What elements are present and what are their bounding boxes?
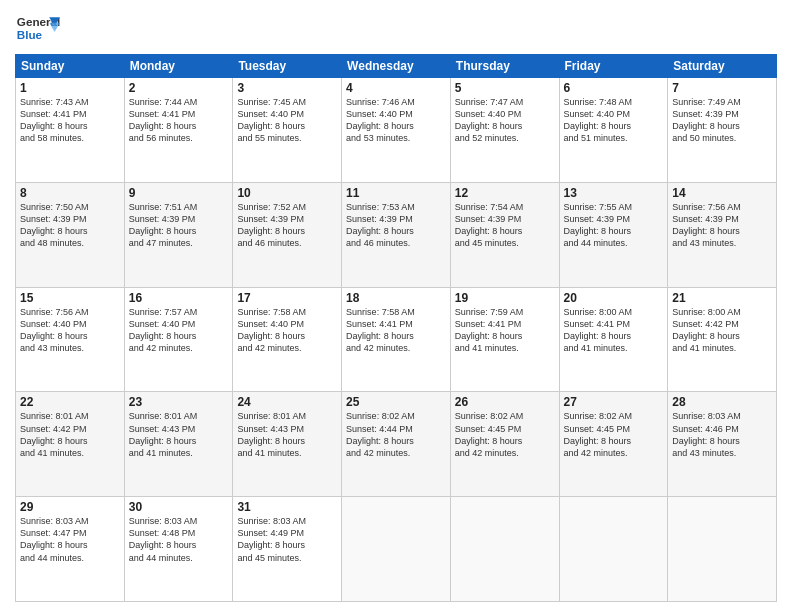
day-cell-22: 22Sunrise: 8:01 AMSunset: 4:42 PMDayligh… <box>16 392 125 497</box>
day-info-17: Sunrise: 7:58 AMSunset: 4:40 PMDaylight:… <box>237 306 337 355</box>
day-number-20: 20 <box>564 291 664 305</box>
week-row-2: 8Sunrise: 7:50 AMSunset: 4:39 PMDaylight… <box>16 182 777 287</box>
day-cell-19: 19Sunrise: 7:59 AMSunset: 4:41 PMDayligh… <box>450 287 559 392</box>
empty-cell <box>342 497 451 602</box>
day-info-4: Sunrise: 7:46 AMSunset: 4:40 PMDaylight:… <box>346 96 446 145</box>
day-cell-11: 11Sunrise: 7:53 AMSunset: 4:39 PMDayligh… <box>342 182 451 287</box>
weekday-header-saturday: Saturday <box>668 55 777 78</box>
day-info-3: Sunrise: 7:45 AMSunset: 4:40 PMDaylight:… <box>237 96 337 145</box>
day-cell-3: 3Sunrise: 7:45 AMSunset: 4:40 PMDaylight… <box>233 78 342 183</box>
day-info-6: Sunrise: 7:48 AMSunset: 4:40 PMDaylight:… <box>564 96 664 145</box>
day-number-11: 11 <box>346 186 446 200</box>
day-info-14: Sunrise: 7:56 AMSunset: 4:39 PMDaylight:… <box>672 201 772 250</box>
calendar-table: SundayMondayTuesdayWednesdayThursdayFrid… <box>15 54 777 602</box>
day-number-19: 19 <box>455 291 555 305</box>
day-info-23: Sunrise: 8:01 AMSunset: 4:43 PMDaylight:… <box>129 410 229 459</box>
day-number-7: 7 <box>672 81 772 95</box>
day-info-31: Sunrise: 8:03 AMSunset: 4:49 PMDaylight:… <box>237 515 337 564</box>
day-cell-8: 8Sunrise: 7:50 AMSunset: 4:39 PMDaylight… <box>16 182 125 287</box>
day-cell-24: 24Sunrise: 8:01 AMSunset: 4:43 PMDayligh… <box>233 392 342 497</box>
day-number-4: 4 <box>346 81 446 95</box>
day-number-21: 21 <box>672 291 772 305</box>
day-number-18: 18 <box>346 291 446 305</box>
day-info-1: Sunrise: 7:43 AMSunset: 4:41 PMDaylight:… <box>20 96 120 145</box>
day-number-26: 26 <box>455 395 555 409</box>
day-info-30: Sunrise: 8:03 AMSunset: 4:48 PMDaylight:… <box>129 515 229 564</box>
week-row-4: 22Sunrise: 8:01 AMSunset: 4:42 PMDayligh… <box>16 392 777 497</box>
logo-icon: General Blue <box>15 10 60 48</box>
day-cell-6: 6Sunrise: 7:48 AMSunset: 4:40 PMDaylight… <box>559 78 668 183</box>
week-row-1: 1Sunrise: 7:43 AMSunset: 4:41 PMDaylight… <box>16 78 777 183</box>
day-cell-23: 23Sunrise: 8:01 AMSunset: 4:43 PMDayligh… <box>124 392 233 497</box>
weekday-header-tuesday: Tuesday <box>233 55 342 78</box>
day-info-26: Sunrise: 8:02 AMSunset: 4:45 PMDaylight:… <box>455 410 555 459</box>
weekday-header-thursday: Thursday <box>450 55 559 78</box>
day-info-11: Sunrise: 7:53 AMSunset: 4:39 PMDaylight:… <box>346 201 446 250</box>
day-info-2: Sunrise: 7:44 AMSunset: 4:41 PMDaylight:… <box>129 96 229 145</box>
weekday-header-row: SundayMondayTuesdayWednesdayThursdayFrid… <box>16 55 777 78</box>
day-info-28: Sunrise: 8:03 AMSunset: 4:46 PMDaylight:… <box>672 410 772 459</box>
day-number-28: 28 <box>672 395 772 409</box>
day-cell-20: 20Sunrise: 8:00 AMSunset: 4:41 PMDayligh… <box>559 287 668 392</box>
day-number-13: 13 <box>564 186 664 200</box>
day-cell-16: 16Sunrise: 7:57 AMSunset: 4:40 PMDayligh… <box>124 287 233 392</box>
day-number-2: 2 <box>129 81 229 95</box>
day-number-15: 15 <box>20 291 120 305</box>
day-number-24: 24 <box>237 395 337 409</box>
weekday-header-sunday: Sunday <box>16 55 125 78</box>
day-number-8: 8 <box>20 186 120 200</box>
week-row-3: 15Sunrise: 7:56 AMSunset: 4:40 PMDayligh… <box>16 287 777 392</box>
day-cell-15: 15Sunrise: 7:56 AMSunset: 4:40 PMDayligh… <box>16 287 125 392</box>
day-cell-26: 26Sunrise: 8:02 AMSunset: 4:45 PMDayligh… <box>450 392 559 497</box>
day-number-25: 25 <box>346 395 446 409</box>
day-cell-25: 25Sunrise: 8:02 AMSunset: 4:44 PMDayligh… <box>342 392 451 497</box>
weekday-header-friday: Friday <box>559 55 668 78</box>
day-number-3: 3 <box>237 81 337 95</box>
day-cell-14: 14Sunrise: 7:56 AMSunset: 4:39 PMDayligh… <box>668 182 777 287</box>
day-number-6: 6 <box>564 81 664 95</box>
day-cell-7: 7Sunrise: 7:49 AMSunset: 4:39 PMDaylight… <box>668 78 777 183</box>
day-number-30: 30 <box>129 500 229 514</box>
day-number-23: 23 <box>129 395 229 409</box>
empty-cell <box>559 497 668 602</box>
day-cell-21: 21Sunrise: 8:00 AMSunset: 4:42 PMDayligh… <box>668 287 777 392</box>
empty-cell <box>450 497 559 602</box>
day-info-25: Sunrise: 8:02 AMSunset: 4:44 PMDaylight:… <box>346 410 446 459</box>
day-number-1: 1 <box>20 81 120 95</box>
day-info-16: Sunrise: 7:57 AMSunset: 4:40 PMDaylight:… <box>129 306 229 355</box>
day-info-18: Sunrise: 7:58 AMSunset: 4:41 PMDaylight:… <box>346 306 446 355</box>
header: General Blue <box>15 10 777 48</box>
day-info-9: Sunrise: 7:51 AMSunset: 4:39 PMDaylight:… <box>129 201 229 250</box>
day-number-22: 22 <box>20 395 120 409</box>
day-number-9: 9 <box>129 186 229 200</box>
day-number-31: 31 <box>237 500 337 514</box>
day-info-5: Sunrise: 7:47 AMSunset: 4:40 PMDaylight:… <box>455 96 555 145</box>
day-info-10: Sunrise: 7:52 AMSunset: 4:39 PMDaylight:… <box>237 201 337 250</box>
day-number-14: 14 <box>672 186 772 200</box>
day-number-16: 16 <box>129 291 229 305</box>
logo: General Blue <box>15 10 60 48</box>
day-info-8: Sunrise: 7:50 AMSunset: 4:39 PMDaylight:… <box>20 201 120 250</box>
day-cell-13: 13Sunrise: 7:55 AMSunset: 4:39 PMDayligh… <box>559 182 668 287</box>
day-cell-4: 4Sunrise: 7:46 AMSunset: 4:40 PMDaylight… <box>342 78 451 183</box>
day-cell-9: 9Sunrise: 7:51 AMSunset: 4:39 PMDaylight… <box>124 182 233 287</box>
day-info-24: Sunrise: 8:01 AMSunset: 4:43 PMDaylight:… <box>237 410 337 459</box>
day-info-7: Sunrise: 7:49 AMSunset: 4:39 PMDaylight:… <box>672 96 772 145</box>
day-cell-12: 12Sunrise: 7:54 AMSunset: 4:39 PMDayligh… <box>450 182 559 287</box>
day-cell-1: 1Sunrise: 7:43 AMSunset: 4:41 PMDaylight… <box>16 78 125 183</box>
day-cell-31: 31Sunrise: 8:03 AMSunset: 4:49 PMDayligh… <box>233 497 342 602</box>
day-number-27: 27 <box>564 395 664 409</box>
day-number-5: 5 <box>455 81 555 95</box>
day-cell-30: 30Sunrise: 8:03 AMSunset: 4:48 PMDayligh… <box>124 497 233 602</box>
day-info-12: Sunrise: 7:54 AMSunset: 4:39 PMDaylight:… <box>455 201 555 250</box>
week-row-5: 29Sunrise: 8:03 AMSunset: 4:47 PMDayligh… <box>16 497 777 602</box>
day-number-12: 12 <box>455 186 555 200</box>
day-cell-5: 5Sunrise: 7:47 AMSunset: 4:40 PMDaylight… <box>450 78 559 183</box>
weekday-header-wednesday: Wednesday <box>342 55 451 78</box>
day-cell-18: 18Sunrise: 7:58 AMSunset: 4:41 PMDayligh… <box>342 287 451 392</box>
day-cell-17: 17Sunrise: 7:58 AMSunset: 4:40 PMDayligh… <box>233 287 342 392</box>
day-info-21: Sunrise: 8:00 AMSunset: 4:42 PMDaylight:… <box>672 306 772 355</box>
day-cell-2: 2Sunrise: 7:44 AMSunset: 4:41 PMDaylight… <box>124 78 233 183</box>
day-info-19: Sunrise: 7:59 AMSunset: 4:41 PMDaylight:… <box>455 306 555 355</box>
day-cell-29: 29Sunrise: 8:03 AMSunset: 4:47 PMDayligh… <box>16 497 125 602</box>
